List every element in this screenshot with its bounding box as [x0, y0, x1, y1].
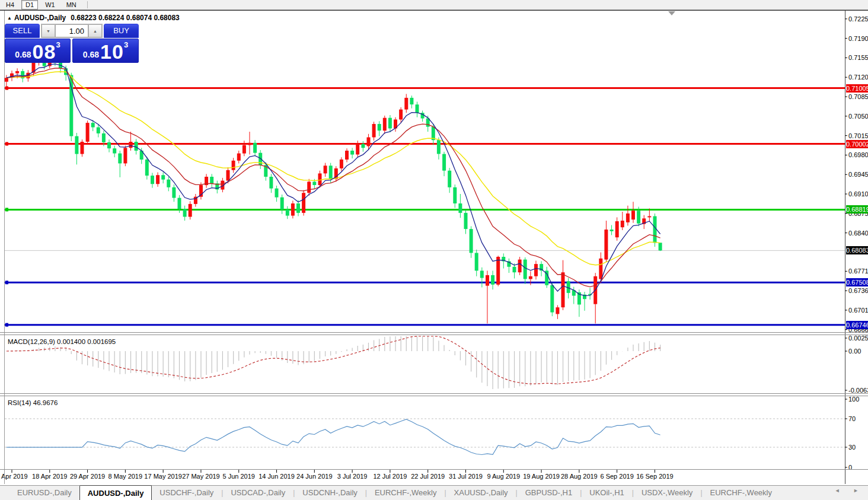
candle-body — [302, 193, 305, 213]
candle-body — [550, 285, 554, 313]
candle-body — [486, 275, 489, 286]
candle-body — [653, 216, 657, 243]
candle-body — [296, 203, 300, 213]
resistance-line-1-anchor[interactable] — [5, 87, 8, 90]
mt4-window: H4D1W1MN ▲AUDUSD-,Daily0.68223 0.68224 0… — [0, 0, 868, 500]
chart-tab-usdcnh-daily[interactable]: USDCNH-,Daily — [295, 486, 365, 500]
chart-canvas[interactable] — [0, 0, 868, 500]
sell-price-base: 0.68 — [15, 49, 31, 60]
tab-scroll-left-icon[interactable]: ◄ — [835, 488, 846, 493]
candle-body — [458, 203, 462, 213]
candle-body — [475, 253, 478, 270]
timeframe-button-w1[interactable]: W1 — [41, 0, 59, 9]
support-line-1-anchor[interactable] — [5, 281, 8, 284]
candle-body — [97, 128, 100, 133]
candle-body — [437, 140, 441, 154]
buy-price-display[interactable]: 0.68 10 3 — [72, 39, 139, 63]
candle-body — [496, 257, 500, 285]
candle-body — [167, 180, 170, 187]
rsi-line — [7, 419, 660, 455]
chart-tab-xauusd-daily[interactable]: XAUUSD-,Daily — [446, 486, 516, 500]
ma-medium-line — [7, 68, 660, 287]
buy-price-pips: 10 — [100, 43, 124, 60]
candle-body — [361, 144, 365, 148]
candle-body — [129, 142, 133, 148]
candle-body — [404, 98, 408, 110]
candle-body — [113, 148, 116, 153]
sell-price-point: 3 — [56, 40, 60, 49]
chart-tab-usdcad-daily[interactable]: USDCAD-,Daily — [223, 486, 293, 500]
candle-body — [81, 142, 84, 154]
candle-body — [307, 181, 311, 193]
ohlc-values: 0.68223 0.68224 0.68074 0.68083 — [71, 14, 180, 22]
timeframe-button-d1[interactable]: D1 — [21, 0, 38, 9]
candle-body — [529, 276, 532, 279]
toolbar-separator — [87, 1, 88, 8]
volume-field[interactable]: 1.00 — [55, 24, 88, 37]
candle-body — [183, 209, 187, 216]
buy-price-base: 0.68 — [83, 49, 99, 60]
candle-body — [269, 177, 273, 189]
chart-tab-eurusd-daily[interactable]: EURUSD-,Daily — [9, 486, 79, 500]
volume-up-icon[interactable]: ▲ — [88, 24, 102, 37]
candle-body — [75, 136, 78, 154]
candle-body — [86, 123, 90, 142]
mid-green-line-anchor[interactable] — [5, 208, 8, 211]
sell-price-display[interactable]: 0.68 08 3 — [5, 39, 71, 63]
candle-body — [367, 138, 371, 147]
candle-body — [15, 71, 19, 74]
candle-body — [524, 260, 527, 279]
candle-body — [102, 133, 106, 142]
tab-scroll-arrows: ◄ ► — [835, 488, 864, 493]
candle-body — [626, 214, 630, 222]
candle-body — [491, 275, 494, 285]
resistance-line-2-anchor[interactable] — [5, 142, 8, 146]
candle-body — [448, 171, 451, 187]
symbol-period-label: AUDUSD-,Daily — [14, 14, 66, 22]
candle-body — [275, 189, 279, 198]
chart-tab-usdx-weekly[interactable]: USDX-,Weekly — [634, 486, 700, 500]
buy-button[interactable]: BUY — [104, 24, 139, 38]
candle-body — [172, 187, 175, 198]
candle-body — [91, 123, 95, 128]
volume-stepper: ▼ 1.00 ▲ — [41, 24, 103, 38]
support-line-2-anchor[interactable] — [5, 323, 8, 327]
candle-body — [631, 211, 635, 219]
candle-body — [291, 203, 295, 216]
chart-tab-usdchf-daily[interactable]: USDCHF-,Daily — [152, 486, 221, 500]
chart-tab-eurchf-weekly[interactable]: EURCHF-,Weekly — [367, 486, 445, 500]
chart-title: ▲AUDUSD-,Daily0.68223 0.68224 0.68074 0.… — [7, 14, 180, 22]
candle-body — [350, 151, 354, 155]
candle-body — [621, 221, 624, 227]
volume-down-icon[interactable]: ▼ — [42, 24, 55, 37]
chart-tab-audusd-daily[interactable]: AUDUSD-,Daily — [79, 485, 152, 500]
candle-body — [513, 267, 516, 272]
candle-body — [340, 160, 343, 168]
tab-scroll-right-icon[interactable]: ► — [853, 488, 864, 493]
candle-body — [178, 198, 181, 209]
candle-body — [442, 154, 446, 171]
candle-body — [151, 176, 154, 184]
candle-body — [556, 307, 559, 314]
candle-body — [453, 187, 457, 203]
candle-body — [312, 181, 316, 185]
timeframe-button-h4[interactable]: H4 — [2, 0, 18, 9]
sell-button[interactable]: SELL — [5, 24, 40, 38]
candle-body — [518, 260, 522, 273]
chart-shift-marker-icon[interactable] — [668, 11, 675, 15]
candle-body — [145, 160, 149, 176]
timeframe-button-mn[interactable]: MN — [62, 0, 81, 9]
candle-body — [410, 98, 413, 104]
chart-tab-ukoil-h1[interactable]: UKOil-,H1 — [582, 486, 632, 500]
chart-tab-eurchf-weekly[interactable]: EURCHF-,Weekly — [703, 486, 780, 500]
chart-tab-gbpusd-h1[interactable]: GBPUSD-,H1 — [518, 486, 580, 500]
candle-body — [107, 142, 111, 148]
candle-body — [237, 154, 241, 161]
candle-body — [253, 143, 257, 153]
collapse-panel-icon[interactable]: ▲ — [7, 15, 12, 21]
candle-body — [135, 142, 138, 151]
candle-body — [615, 221, 619, 237]
macd-signal-line — [7, 336, 660, 384]
candle-body — [378, 124, 381, 130]
ma-slow-line — [7, 72, 660, 265]
